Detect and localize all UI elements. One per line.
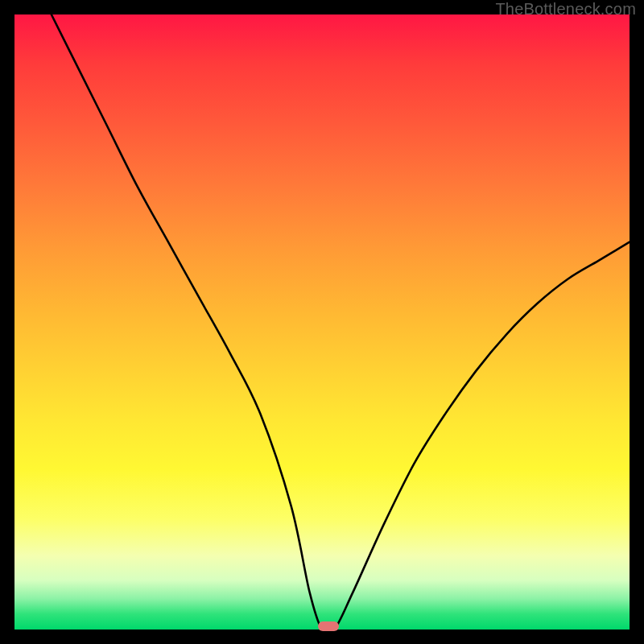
bottleneck-curve [14,14,630,630]
optimal-marker [318,621,339,631]
plot-area [14,14,630,630]
chart-frame: TheBottleneck.com [0,0,644,644]
